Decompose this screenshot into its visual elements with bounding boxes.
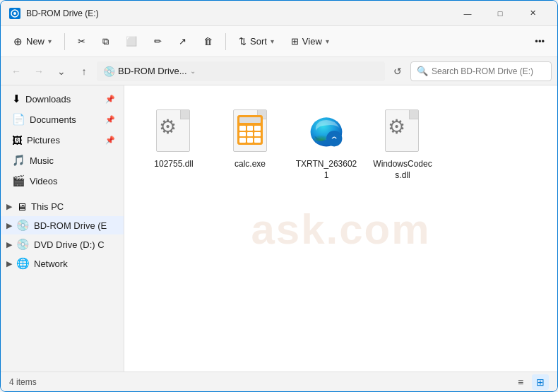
delete-button[interactable]: 🗑 <box>196 30 220 53</box>
window-title: BD-ROM Drive (E:) <box>26 8 451 18</box>
sidebar-downloads-label: Downloads <box>25 94 101 105</box>
network-icon: 🌐 <box>16 257 30 270</box>
more-icon: ••• <box>535 36 545 47</box>
file-name-calc: calc.exe <box>235 159 266 170</box>
grid-view-icon: ⊞ <box>536 376 545 388</box>
rename-button[interactable]: ✏ <box>147 30 169 53</box>
search-box[interactable]: 🔍 <box>410 61 552 81</box>
recent-button[interactable]: ⌄ <box>52 61 71 81</box>
address-drive-icon: 💿 <box>103 66 115 77</box>
file-icon-codecs: ⚙ <box>380 105 425 156</box>
file-name-txrtn: TXRTN_2636021 <box>295 159 357 181</box>
sidebar: ⬇ Downloads 📌 📄 Documents 📌 🖼 Pictures 📌… <box>1 85 124 372</box>
address-bar: ← → ⌄ ↑ 💿 BD-ROM Drive... ⌄ ↺ 🔍 <box>1 57 557 85</box>
file-item-codecs[interactable]: ⚙ WindowsCodecs.dll <box>367 100 438 186</box>
file-item-calc[interactable]: calc.exe <box>215 100 285 186</box>
sidebar-item-downloads[interactable]: ⬇ Downloads 📌 <box>4 89 121 109</box>
sort-chevron: ▾ <box>271 37 274 45</box>
pin-icon: 📌 <box>105 95 115 104</box>
music-icon: 🎵 <box>12 154 25 167</box>
svg-point-4 <box>326 131 342 146</box>
thispc-arrow: ▶ <box>6 202 12 211</box>
gears-icon: ⚙ <box>159 115 177 138</box>
explorer-window: BD-ROM Drive (E:) — □ ✕ ⊕ New ▾ ✂ ⧉ ⬜ ✏ … <box>0 0 558 392</box>
gears-icon-codecs: ⚙ <box>388 115 405 138</box>
sidebar-item-videos[interactable]: 🎬 Videos <box>4 171 121 191</box>
more-button[interactable]: ••• <box>528 30 552 53</box>
search-input[interactable] <box>432 66 545 76</box>
pictures-icon: 🖼 <box>12 134 23 146</box>
sidebar-item-pictures[interactable]: 🖼 Pictures 📌 <box>4 130 121 150</box>
bdrom-icon: 💿 <box>16 219 30 232</box>
copy-button[interactable]: ⧉ <box>95 30 116 53</box>
view-button[interactable]: ⊞ View ▾ <box>284 30 336 53</box>
status-view-buttons: ≡ ⊞ <box>512 374 549 390</box>
sidebar-section-network[interactable]: ▶ 🌐 Network <box>1 254 124 273</box>
new-icon: ⊕ <box>13 35 23 48</box>
sidebar-item-documents[interactable]: 📄 Documents 📌 <box>4 109 121 129</box>
delete-icon: 🗑 <box>203 36 213 47</box>
address-path[interactable]: 💿 BD-ROM Drive... ⌄ <box>97 61 385 81</box>
address-path-text: BD-ROM Drive... <box>118 66 187 76</box>
cut-icon: ✂ <box>78 36 85 47</box>
refresh-button[interactable]: ↺ <box>388 61 408 81</box>
back-button[interactable]: ← <box>6 61 26 81</box>
title-bar: BD-ROM Drive (E:) — □ ✕ <box>1 1 557 26</box>
file-icon-calc <box>227 105 273 156</box>
pin-icon-docs: 📌 <box>105 115 115 124</box>
dvd-arrow: ▶ <box>6 240 12 249</box>
new-chevron: ▾ <box>48 37 52 45</box>
file-item-txrtn[interactable]: TXRTN_2636021 <box>291 100 362 186</box>
address-chevron-icon: ⌄ <box>190 67 196 75</box>
up-button[interactable]: ↑ <box>74 61 94 81</box>
documents-icon: 📄 <box>12 113 25 126</box>
list-view-icon: ≡ <box>518 376 523 388</box>
close-button[interactable]: ✕ <box>516 1 549 26</box>
minimize-button[interactable]: — <box>451 1 484 26</box>
file-icon-dll1: ⚙ <box>151 105 196 156</box>
forward-button[interactable]: → <box>29 61 49 81</box>
dvd-icon: 💿 <box>16 238 30 251</box>
sidebar-section-dvd[interactable]: ▶ 💿 DVD Drive (D:) C <box>1 235 124 254</box>
window-controls: — □ ✕ <box>451 1 549 26</box>
sidebar-music-label: Music <box>30 155 115 166</box>
sort-label: Sort <box>250 36 267 47</box>
svg-point-3 <box>311 133 327 141</box>
grid-view-button[interactable]: ⊞ <box>532 374 549 390</box>
bdrom-label: BD-ROM Drive (E <box>34 220 107 231</box>
bdrom-arrow: ▶ <box>6 221 12 230</box>
sidebar-pictures-label: Pictures <box>27 135 101 145</box>
file-name-codecs: WindowsCodecs.dll <box>372 159 434 181</box>
view-chevron: ▾ <box>326 37 329 45</box>
sort-icon: ⇅ <box>239 36 247 47</box>
toolbar: ⊕ New ▾ ✂ ⧉ ⬜ ✏ ↗ 🗑 ⇅ Sort ▾ ⊞ <box>1 26 557 57</box>
status-items-count: 4 items <box>9 377 37 387</box>
thispc-icon: 🖥 <box>16 201 27 213</box>
copy-icon: ⧉ <box>102 36 109 47</box>
file-item-dll1[interactable]: ⚙ 102755.dll <box>138 100 209 186</box>
downloads-icon: ⬇ <box>12 93 21 105</box>
watermark: ask.com <box>251 204 430 253</box>
list-view-button[interactable]: ≡ <box>512 374 529 390</box>
file-area: ask.com ⚙ 102755.dll <box>124 85 557 372</box>
main-content: ⬇ Downloads 📌 📄 Documents 📌 🖼 Pictures 📌… <box>1 85 557 372</box>
new-button[interactable]: ⊕ New ▾ <box>6 30 59 53</box>
paste-button[interactable]: ⬜ <box>119 30 144 53</box>
thispc-label: This PC <box>31 201 64 212</box>
network-arrow: ▶ <box>6 259 12 268</box>
sidebar-item-music[interactable]: 🎵 Music <box>4 150 121 170</box>
maximize-button[interactable]: □ <box>484 1 516 26</box>
toolbar-separator-1 <box>64 33 65 50</box>
new-label: New <box>26 36 44 47</box>
cut-button[interactable]: ✂ <box>71 30 93 53</box>
view-label: View <box>302 36 322 47</box>
sort-button[interactable]: ⇅ Sort ▾ <box>232 30 281 53</box>
file-name-dll1: 102755.dll <box>154 159 193 170</box>
dvd-label: DVD Drive (D:) C <box>34 239 105 250</box>
sidebar-section-thispc[interactable]: ▶ 🖥 This PC <box>1 198 124 215</box>
sidebar-videos-label: Videos <box>30 176 115 186</box>
sidebar-section-bdrom[interactable]: ▶ 💿 BD-ROM Drive (E <box>1 216 124 234</box>
sidebar-documents-label: Documents <box>30 114 101 125</box>
window-icon <box>9 8 20 19</box>
share-button[interactable]: ↗ <box>172 30 194 53</box>
